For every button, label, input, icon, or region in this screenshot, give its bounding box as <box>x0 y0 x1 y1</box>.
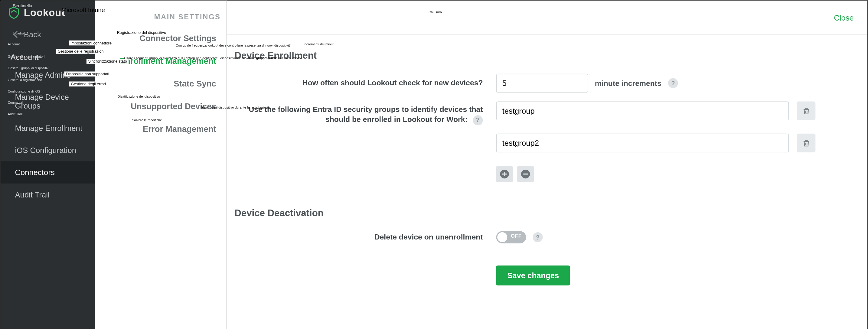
device-enrollment-title: Device Enrollment <box>235 51 823 62</box>
artifact-gruppo: gruppo di test <box>256 57 276 60</box>
groups-label-strong: Entra ID <box>313 105 341 113</box>
artifact-config-ios: Configurazione di iOS <box>8 90 40 93</box>
artifact-audit-it: Audit Trail <box>8 112 23 116</box>
delete-on-unenroll-label: Delete device on unenrollment <box>235 232 496 242</box>
artifact-err: Gestione degli errori <box>69 81 108 86</box>
subnav-heading: MAIN SETTINGS <box>95 1 226 27</box>
toggle-knob <box>497 232 507 242</box>
add-group-button[interactable] <box>496 166 513 182</box>
group-input-1[interactable] <box>496 101 789 120</box>
nav-connectors[interactable]: Connectors <box>1 161 95 183</box>
group-input-2[interactable] <box>496 134 789 153</box>
artifact-gest-reg: Gestire la registrazione <box>8 78 42 81</box>
artifact-gest-regs: Gestione delle registrazioni <box>56 49 106 54</box>
artifact-indietro: Indietro <box>13 31 24 35</box>
help-icon[interactable]: ? <box>473 115 483 125</box>
lookout-shield-icon <box>8 7 19 19</box>
check-interval-input[interactable] <box>496 74 588 93</box>
artifact-elimina: Eliminare il dispositivo durante la regi… <box>201 106 270 109</box>
close-button[interactable]: Close <box>834 13 854 22</box>
artifact-freq: Con quale frequenza lookout deve control… <box>176 44 291 47</box>
minus-circle-icon <box>521 170 530 178</box>
artifact-gest-gruppi: Gestire i gruppi di dispositivi <box>8 67 49 70</box>
groups-row: Use the following Entra ID security grou… <box>235 101 823 182</box>
trash-icon <box>802 107 810 115</box>
check-interval-row: How often should Lookout check for new d… <box>235 74 823 93</box>
nav-audit-trail[interactable]: Audit Trail <box>1 184 95 206</box>
remove-group-button[interactable] <box>517 166 534 182</box>
check-interval-suffix: minute increments <box>595 79 661 87</box>
artifact-unsupp: Dispositivi non supportati <box>64 71 111 76</box>
artifact-msintune: Microsoft Intune <box>61 7 105 13</box>
artifact-impost-conn: Impostazioni connettore <box>69 40 113 45</box>
artifact-disatt: Disattivazione del dispositivo <box>118 95 160 98</box>
delete-on-unenroll-toggle[interactable]: OFF <box>496 231 526 243</box>
save-changes-button[interactable]: Save changes <box>496 265 570 286</box>
artifact-connettori: Connettori <box>8 101 23 104</box>
artifact-reg-disp: Registrazione del dispositivo <box>117 31 166 34</box>
brand-text: Lookout <box>24 7 65 19</box>
delete-on-unenroll-row: Delete device on unenrollment OFF ? <box>235 231 823 243</box>
help-icon[interactable]: ? <box>533 232 543 242</box>
artifact-sync: Sincronizzazione stato <box>87 59 128 64</box>
group-row-1 <box>496 101 816 120</box>
delete-group-1-button[interactable] <box>797 101 815 120</box>
groups-label-post: security groups to identify devices that… <box>326 105 483 124</box>
artifact-salva: Salvare le modifiche <box>132 119 162 122</box>
artifact-sentinella: Sentinella <box>13 4 32 8</box>
plus-circle-icon <box>500 170 509 178</box>
help-icon[interactable]: ? <box>668 78 678 88</box>
device-deactivation-title: Device Deactivation <box>235 208 823 219</box>
subnav: MAIN SETTINGS Connector Settings Enrollm… <box>95 1 226 329</box>
content: Device Enrollment How often should Looko… <box>227 35 867 329</box>
nav-ios-configuration[interactable]: iOS Configuration <box>1 139 95 161</box>
artifact-incrementi: incrementi dei minuti <box>304 43 334 46</box>
toggle-state-label: OFF <box>511 233 522 239</box>
artifact-chiusura: Chiusura <box>429 10 442 14</box>
artifact-account-it: Account <box>8 43 20 46</box>
save-row: Save changes <box>235 252 823 286</box>
trash-icon <box>802 139 810 147</box>
groups-label: Use the following Entra ID security grou… <box>235 101 496 125</box>
check-interval-label: How often should Lookout check for new d… <box>235 78 496 88</box>
nav-manage-enrollment[interactable]: Manage Enrollment <box>1 117 95 139</box>
delete-group-2-button[interactable] <box>797 134 815 153</box>
back-label: Back <box>24 30 41 39</box>
subnav-state-sync[interactable]: State Sync <box>95 72 226 95</box>
group-row-2 <box>496 134 816 153</box>
artifact-gest-admin: Gestire gli amministratori <box>8 55 45 58</box>
